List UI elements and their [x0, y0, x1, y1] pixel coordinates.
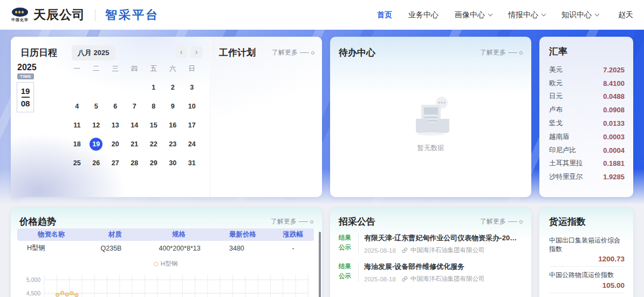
next-month-button[interactable]: › [190, 46, 202, 58]
nav-item-情报中心[interactable]: 情报中心 [508, 10, 545, 20]
chevron-down-icon [488, 12, 492, 16]
announcement-date: 2025-08-18 [364, 276, 396, 282]
nav-item-知识中心[interactable]: 知识中心 [561, 10, 599, 20]
announcement-meta: 2025-08-18中国海洋石油集团有限公司 [364, 275, 485, 283]
nav-item-画像中心[interactable]: 画像中心 [455, 10, 492, 20]
calendar-day-27[interactable]: 27 [106, 153, 125, 172]
price-table-row[interactable]: H型钢Q235B400*200*8*133480- [17, 241, 314, 255]
calendar-day-18[interactable]: 18 [67, 134, 87, 153]
calendar-day-15[interactable]: 15 [144, 116, 163, 134]
workplan-section: 工作计划 了解更多 [211, 37, 322, 197]
more-label: 了解更多 [480, 48, 506, 57]
calendar-day-25[interactable]: 25 [67, 153, 87, 172]
calendar-day-10[interactable]: 10 [182, 97, 202, 116]
currency-label: 美元 [549, 65, 563, 75]
empty-inbox-icon [408, 95, 454, 136]
calendar-day-3[interactable]: 3 [182, 78, 202, 97]
calendar-day-19[interactable]: 19 [87, 134, 106, 153]
announcement-item[interactable]: 结果公示海油发展-设备部件维修优化服务2025-08-18中国海洋石油集团有限公… [339, 262, 523, 283]
calendar-title: 日历日程 [20, 46, 57, 59]
announcement-item[interactable]: 结果公示有限天津-辽东曹妃甸作业公司仪表物资采办-202507312025-08… [339, 233, 523, 254]
user-menu[interactable]: 赵天 [615, 10, 633, 20]
calendar-day-31[interactable]: 31 [182, 153, 202, 172]
announcement-list: 结果公示有限天津-辽东曹妃甸作业公司仪表物资采办-202507312025-08… [330, 228, 531, 283]
price-trend-title: 价格趋势 [19, 215, 56, 228]
announcements-more-link[interactable]: 了解更多 [480, 217, 523, 226]
calendar-day-16[interactable]: 16 [163, 116, 183, 134]
chart-legend[interactable]: H型钢 [17, 260, 314, 268]
workplan-title: 工作计划 [219, 46, 256, 59]
price-table-body: H型钢Q235B400*200*8*133480- [17, 241, 314, 255]
exchange-rate-row: 印尼卢比0.0004 [549, 144, 625, 157]
currency-label: 沙特里亚尔 [549, 172, 583, 181]
workplan-more-link[interactable]: 了解更多 [272, 48, 314, 57]
calendar-day-6[interactable]: 6 [106, 97, 125, 116]
calendar-day-9[interactable]: 9 [163, 97, 183, 116]
currency-value: 7.2025 [603, 66, 625, 74]
price-table-cell: Q235B [86, 245, 145, 252]
todo-title: 待办中心 [339, 46, 375, 59]
currency-label: 卢布 [549, 105, 563, 114]
legend-marker-icon [154, 262, 158, 266]
nav-item-label: 知识中心 [561, 10, 592, 20]
calendar-weekdays: 一二三四五六日 [67, 60, 201, 77]
announcement-title[interactable]: 海油发展-设备部件维修优化服务 [364, 262, 485, 272]
svg-text:5,000: 5,000 [26, 276, 40, 283]
calendar-weekday: 六 [163, 60, 183, 77]
prev-month-button[interactable]: ‹ [175, 46, 187, 58]
freight-index-row: 中国物流业景气指数 [549, 293, 625, 297]
calendar-day-8[interactable]: 8 [144, 97, 163, 116]
calendar-day-12[interactable]: 12 [87, 116, 106, 134]
calendar-day-7[interactable]: 7 [125, 97, 145, 116]
announcement-org[interactable]: 中国海洋石油集团有限公司 [410, 246, 485, 254]
calendar-day-13[interactable]: 13 [106, 116, 125, 134]
announcement-org[interactable]: 中国海洋石油集团有限公司 [410, 275, 485, 283]
calendar-day-17[interactable]: 17 [182, 116, 202, 134]
calendar-day-28[interactable]: 28 [125, 153, 145, 172]
card-scrollbar[interactable] [319, 232, 321, 297]
nav-item-首页[interactable]: 首页 [377, 10, 392, 20]
price-table-cell: 400*200*8*13 [145, 245, 214, 252]
calendar-day-2[interactable]: 2 [163, 78, 183, 97]
calendar-day-29[interactable]: 29 [144, 153, 163, 172]
calendar-day-24[interactable]: 24 [182, 134, 202, 153]
todo-more-link[interactable]: 了解更多 [480, 48, 523, 57]
calendar-day-22[interactable]: 22 [144, 134, 163, 153]
price-table-header-cell: 涨跌幅 [272, 230, 314, 239]
more-line [508, 221, 517, 222]
freight-index-card: 货运指数 中国出口集装箱运价综合指数1200.73中国公路物流运价指数105.0… [539, 208, 633, 297]
freight-index-value: 1200.73 [549, 255, 625, 263]
currency-value: 0.0908 [603, 106, 625, 114]
calendar-day-1[interactable]: 1 [144, 78, 163, 97]
currency-label: 欧元 [549, 79, 563, 88]
emblem-mark-icon [12, 8, 28, 17]
current-month: 08 [21, 99, 30, 108]
calendar-day-26[interactable]: 26 [87, 153, 106, 172]
calendar-weekday: 日 [182, 60, 202, 77]
calendar-day-empty [125, 78, 145, 97]
calendar-day-21[interactable]: 21 [125, 134, 145, 153]
nav-item-label: 首页 [377, 10, 392, 20]
calendar-grid: 1234567891011121314151617181920212223242… [67, 78, 201, 172]
svg-text:4,500: 4,500 [26, 290, 40, 296]
calendar-day-5[interactable]: 5 [87, 97, 106, 116]
calendar-day-4[interactable]: 4 [67, 97, 87, 116]
calendar-day-23[interactable]: 23 [163, 134, 183, 153]
calendar-day-20[interactable]: 20 [106, 134, 125, 153]
nav-item-业务中心[interactable]: 业务中心 [408, 10, 439, 20]
price-trend-more-link[interactable]: 了解更多 [271, 217, 313, 226]
calendar-day-empty [67, 78, 87, 97]
calendar-day-11[interactable]: 11 [67, 116, 87, 134]
calendar-day-14[interactable]: 14 [125, 116, 145, 134]
currency-value: 8.4100 [603, 79, 625, 87]
announcement-title[interactable]: 有限天津-辽东曹妃甸作业公司仪表物资采办-20250731 [364, 233, 520, 243]
calendar-day-empty [87, 78, 106, 97]
exchange-rate-row: 欧元8.4100 [549, 77, 625, 90]
calendar-day-30[interactable]: 30 [163, 153, 183, 172]
exchange-rate-row: 沙特里亚尔1.9285 [549, 170, 625, 184]
more-dot-icon [519, 51, 523, 55]
more-label: 了解更多 [271, 217, 297, 226]
result-tag: 结果公示 [339, 233, 354, 253]
currency-value: 0.0133 [603, 119, 625, 127]
month-selector[interactable]: 八月 2025 [72, 45, 115, 60]
